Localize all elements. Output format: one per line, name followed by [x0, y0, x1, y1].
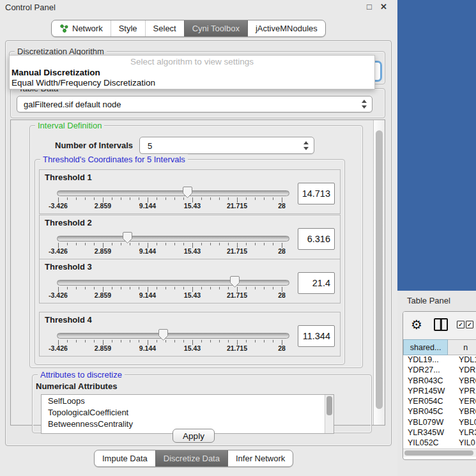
- tab-cyni-toolbox[interactable]: Cyni Toolbox: [184, 20, 247, 36]
- apply-button[interactable]: Apply: [173, 429, 215, 443]
- tab-jactivemnodules[interactable]: jActiveMNodules: [247, 20, 325, 36]
- threshold-slider[interactable]: -3.4262.8599.14415.4321.71528: [40, 329, 300, 356]
- tab-label: Impute Data: [102, 454, 148, 463]
- cell-shared-name[interactable]: YBR043C: [403, 376, 453, 387]
- slider-thumb[interactable]: [158, 328, 169, 341]
- cell-name[interactable]: YBR0: [453, 376, 476, 387]
- table-rows: YDL19...YDL1YDR27...YDR2YBR043CYBR0YPR14…: [403, 355, 476, 448]
- cell-name[interactable]: YBR0: [453, 407, 476, 417]
- checkbox-icon[interactable]: ✓: [466, 321, 473, 328]
- slider-track[interactable]: [57, 333, 289, 339]
- dropdown-hint-item[interactable]: Select algorithm to view settings: [10, 57, 374, 66]
- vertical-scrollbar[interactable]: [373, 120, 385, 425]
- close-panel-icon[interactable]: ✕: [380, 2, 387, 12]
- table-row[interactable]: YLR345WYLR3: [403, 428, 476, 438]
- table-data-combobox[interactable]: galFiltered.sif default node: [17, 96, 372, 112]
- num-intervals-combobox[interactable]: 5: [139, 137, 314, 154]
- axis-tick-label: 28: [278, 344, 286, 352]
- control-panel: Control Panel □ ✕ NetworkStyleSelectCyni…: [0, 0, 397, 476]
- cell-name[interactable]: YLR3: [453, 428, 476, 438]
- slider-thumb[interactable]: [182, 186, 193, 199]
- tab-infer-network[interactable]: Infer Network: [227, 450, 293, 466]
- slider-track[interactable]: [57, 280, 289, 286]
- table-row[interactable]: YIL052CYIL0: [403, 438, 476, 448]
- cell-shared-name[interactable]: YER054C: [403, 397, 453, 407]
- cell-name[interactable]: YDL1: [453, 355, 476, 365]
- num-intervals-value: 5: [148, 141, 152, 150]
- cell-shared-name[interactable]: YIL052C: [403, 438, 453, 448]
- axis-tick-label: 9.144: [139, 202, 156, 210]
- threshold-slider[interactable]: -3.4262.8599.14415.4321.71528: [40, 187, 300, 213]
- table-row[interactable]: YDL19...YDL1: [403, 355, 476, 365]
- table-row[interactable]: YER054CYER0: [403, 397, 476, 407]
- attributes-scrollbar[interactable]: [325, 395, 334, 433]
- axis-tick-label: 21.715: [227, 344, 247, 352]
- split-view-icon[interactable]: [434, 318, 448, 331]
- threshold-value-input[interactable]: [298, 183, 335, 204]
- cell-shared-name[interactable]: YPR145W: [403, 387, 453, 397]
- slider-thumb[interactable]: [229, 275, 240, 288]
- axis-tick-label: 28: [278, 247, 286, 255]
- cell-shared-name[interactable]: YDL19...: [403, 355, 453, 365]
- axis-tick-label: 2.859: [95, 344, 111, 352]
- tab-style[interactable]: Style: [111, 20, 145, 36]
- axis-tick-label: 15.43: [184, 344, 201, 352]
- table-row[interactable]: YDR27...YDR2: [403, 365, 476, 376]
- float-window-icon[interactable]: □: [367, 2, 372, 12]
- axis-tick-label: -3.426: [49, 291, 68, 299]
- cell-name[interactable]: YIL0: [453, 438, 476, 448]
- threshold-value-input[interactable]: [298, 325, 335, 347]
- attribute-list-item[interactable]: SelfLoops: [42, 395, 334, 406]
- threshold-value-input[interactable]: [298, 228, 335, 250]
- slider-track[interactable]: [57, 236, 289, 242]
- checkbox-icon[interactable]: ✓: [457, 321, 464, 328]
- cell-shared-name[interactable]: YLR345W: [403, 428, 453, 438]
- gear-icon[interactable]: ⚙: [411, 317, 422, 332]
- attribute-list-item[interactable]: BetweennessCentrality: [42, 418, 334, 429]
- tab-network[interactable]: Network: [52, 20, 111, 36]
- attribute-list-item[interactable]: TopologicalCoefficient: [42, 406, 334, 418]
- cell-name[interactable]: YER0: [453, 397, 476, 407]
- cell-name[interactable]: YPR1: [453, 387, 476, 397]
- table-row[interactable]: YPR145WYPR1: [403, 387, 476, 397]
- column-header-shared-name[interactable]: shared...: [403, 339, 448, 355]
- cell-shared-name[interactable]: YDR27...: [403, 365, 453, 376]
- slider-thumb[interactable]: [122, 231, 133, 244]
- dropdown-option-equal-width[interactable]: Equal Width/Frequency Discretization: [12, 78, 155, 88]
- table-row[interactable]: YBL079WYBL0: [403, 418, 476, 428]
- scrollbar-thumb[interactable]: [326, 396, 332, 415]
- axis-tick-label: 9.144: [139, 291, 156, 299]
- axis-tick-label: 21.715: [227, 291, 247, 299]
- threshold-value-input[interactable]: [298, 272, 335, 294]
- table-data-combobox-value: galFiltered.sif default node: [24, 100, 121, 109]
- axis-tick-label: 9.144: [139, 247, 156, 255]
- horizontal-scrollbar[interactable]: [403, 449, 476, 457]
- cell-shared-name[interactable]: YBR045C: [403, 407, 453, 417]
- thresholds-group-title: Threshold's Coordinates for 5 Intervals: [40, 154, 188, 165]
- cell-name[interactable]: YDR2: [453, 365, 476, 376]
- tab-impute-data[interactable]: Impute Data: [95, 450, 155, 466]
- chevron-updown-icon: [362, 100, 367, 109]
- axis-tick-label: 21.715: [227, 247, 247, 255]
- axis-tick-label: 2.859: [95, 202, 111, 210]
- numerical-attributes-list[interactable]: SelfLoopsTopologicalCoefficientBetweenne…: [41, 394, 334, 434]
- slider-track[interactable]: [57, 190, 289, 196]
- threshold-panel: Threshold 4 -3.4262.8599.14415.4321.7152…: [39, 312, 341, 357]
- dropdown-option-manual[interactable]: Manual Discretization: [12, 68, 100, 77]
- column-header-name[interactable]: n: [448, 339, 476, 355]
- scrollbar-thumb[interactable]: [404, 450, 473, 456]
- tab-select[interactable]: Select: [145, 20, 184, 36]
- app-root: Control Panel □ ✕ NetworkStyleSelectCyni…: [0, 0, 476, 476]
- scrollbar-thumb[interactable]: [376, 130, 383, 409]
- threshold-slider[interactable]: -3.4262.8599.14415.4321.71528: [40, 232, 300, 259]
- slider-axis-labels: -3.4262.8599.14415.4321.71528: [40, 247, 300, 256]
- table-row[interactable]: YBR045CYBR0: [403, 407, 476, 417]
- cell-name[interactable]: YBL0: [453, 418, 476, 428]
- axis-tick-label: 21.715: [227, 202, 247, 210]
- threshold-slider[interactable]: -3.4262.8599.14415.4321.71528: [40, 276, 300, 303]
- axis-tick-label: -3.426: [49, 202, 68, 210]
- table-row[interactable]: YBR043CYBR0: [403, 376, 476, 387]
- tab-discretize-data[interactable]: Discretize Data: [155, 450, 227, 466]
- axis-tick-label: -3.426: [49, 344, 68, 352]
- cell-shared-name[interactable]: YBL079W: [403, 418, 453, 428]
